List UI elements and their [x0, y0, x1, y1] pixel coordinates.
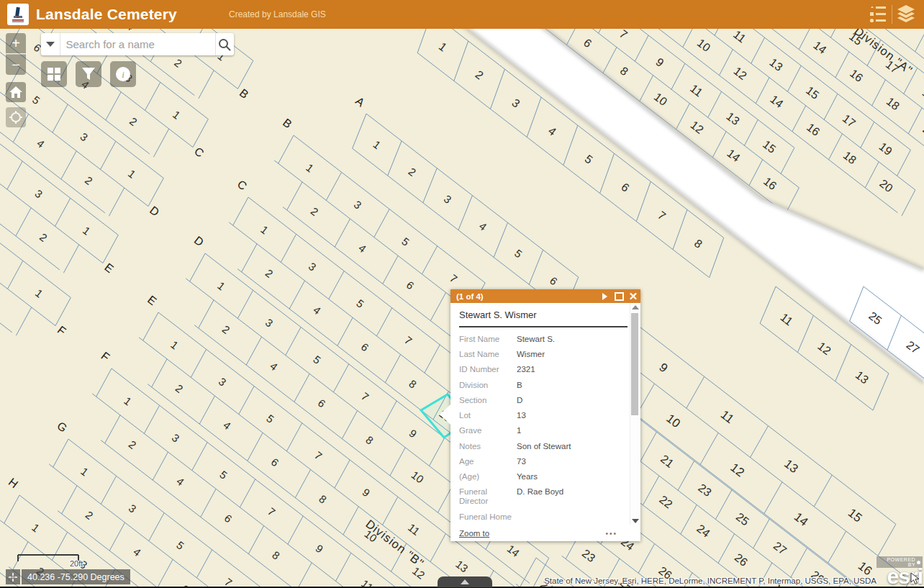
svg-text:13: 13 — [453, 558, 471, 575]
scrollbar-thumb[interactable] — [631, 313, 638, 415]
svg-text:5: 5 — [30, 94, 42, 107]
zoom-in-button[interactable]: + — [6, 33, 26, 53]
svg-text:18: 18 — [884, 95, 902, 112]
svg-text:9: 9 — [653, 55, 666, 69]
basemap-gallery-button[interactable] — [41, 61, 67, 87]
svg-text:1: 1 — [371, 138, 383, 152]
svg-text:13: 13 — [782, 457, 801, 476]
svg-text:25: 25 — [734, 510, 752, 528]
zoom-to-link[interactable]: Zoom to — [459, 529, 489, 538]
popup-more-actions[interactable]: ••• — [605, 530, 617, 538]
svg-text:14: 14 — [725, 147, 743, 164]
popup-field-row: NotesSon of Stewart — [459, 442, 628, 451]
svg-text:9: 9 — [407, 427, 419, 440]
search-input[interactable] — [60, 33, 215, 55]
layers-button[interactable] — [892, 0, 920, 29]
popup-field-row: Age73 — [459, 457, 628, 466]
svg-text:13: 13 — [724, 110, 742, 127]
svg-text:4: 4 — [221, 419, 233, 433]
svg-text:6: 6 — [548, 274, 560, 288]
svg-text:2: 2 — [83, 508, 96, 522]
svg-text:1: 1 — [215, 279, 227, 293]
mouse-cursor — [910, 572, 921, 588]
popup-maximize-button[interactable] — [612, 289, 626, 303]
svg-text:10: 10 — [663, 412, 683, 431]
chevron-down-icon — [46, 42, 55, 47]
svg-text:6: 6 — [404, 279, 417, 292]
svg-text:15: 15 — [761, 138, 779, 155]
svg-text:C: C — [192, 145, 207, 160]
search-icon — [218, 38, 231, 51]
svg-text:8: 8 — [407, 377, 419, 391]
legend-button[interactable] — [864, 0, 892, 29]
coordinate-widget[interactable]: 40.236 -75.290 Degrees — [6, 569, 130, 584]
popup-scrollbar[interactable] — [630, 303, 640, 525]
svg-text:4: 4 — [35, 137, 47, 150]
attribute-table-tab[interactable] — [438, 576, 492, 587]
svg-text:19: 19 — [920, 86, 924, 104]
my-location-button[interactable] — [6, 107, 26, 127]
svg-text:1: 1 — [78, 465, 91, 479]
info-button[interactable]: i — [110, 61, 136, 87]
home-icon — [9, 86, 22, 98]
svg-text:11: 11 — [778, 311, 795, 328]
svg-text:13: 13 — [767, 56, 785, 73]
svg-text:5: 5 — [582, 153, 595, 166]
filter-button[interactable] — [76, 61, 101, 87]
app-window: 987654321B1110987654321C1110987654321D11… — [0, 0, 924, 588]
svg-text:4: 4 — [311, 304, 323, 317]
svg-text:27: 27 — [771, 539, 789, 556]
crosshair-icon[interactable] — [6, 569, 20, 584]
popup-field-row: Funeral DirectorD. Rae Boyd — [459, 487, 628, 506]
popup-next-button[interactable] — [597, 289, 612, 303]
svg-text:7: 7 — [312, 449, 325, 463]
svg-text:3: 3 — [32, 187, 45, 201]
svg-text:26: 26 — [733, 551, 751, 569]
svg-text:2: 2 — [263, 266, 276, 280]
search-bar — [41, 33, 234, 55]
svg-text:2: 2 — [0, 293, 2, 307]
zoom-out-button[interactable]: − — [6, 54, 26, 75]
maximize-icon — [615, 292, 624, 301]
svg-text:3: 3 — [78, 130, 90, 144]
svg-text:2: 2 — [127, 114, 140, 128]
next-arrow-icon — [602, 293, 607, 300]
popup-field-value: 1 — [517, 426, 521, 435]
svg-text:5: 5 — [217, 468, 230, 481]
svg-text:12: 12 — [728, 461, 747, 480]
svg-text:8: 8 — [317, 492, 329, 506]
svg-text:23: 23 — [696, 481, 714, 499]
scroll-up-icon[interactable] — [632, 305, 639, 309]
svg-text:2: 2 — [309, 204, 321, 218]
svg-text:5: 5 — [354, 297, 366, 310]
svg-text:24: 24 — [694, 522, 712, 539]
popup-field-row: Funeral Home — [459, 512, 628, 522]
popup-body: Stewart S. Wismer First NameStewart S.La… — [450, 303, 630, 525]
svg-text:4: 4 — [477, 220, 489, 233]
svg-text:1: 1 — [33, 286, 45, 300]
popup-field-value: 13 — [517, 411, 526, 420]
layers-icon — [896, 5, 916, 24]
svg-text:1: 1 — [168, 338, 181, 352]
popup-title: Stewart S. Wismer — [459, 309, 628, 320]
svg-text:7: 7 — [448, 272, 460, 286]
search-source-dropdown[interactable] — [41, 33, 60, 55]
coordinate-readout: 40.236 -75.290 Degrees — [22, 569, 130, 584]
svg-text:3: 3 — [170, 431, 182, 445]
svg-text:10: 10 — [652, 91, 670, 108]
svg-text:D: D — [148, 204, 162, 219]
popup-field-row: SectionD — [459, 396, 628, 405]
svg-text:16: 16 — [805, 121, 823, 138]
svg-text:3: 3 — [263, 316, 276, 330]
scroll-down-icon[interactable] — [632, 519, 639, 523]
svg-text:H: H — [6, 476, 21, 491]
popup-close-button[interactable]: ✕ — [626, 289, 640, 303]
search-button[interactable] — [215, 33, 235, 55]
popup-field-label: Grave — [459, 426, 517, 435]
popup-field-label: Division — [459, 381, 517, 390]
svg-text:4: 4 — [268, 360, 280, 374]
home-button[interactable] — [6, 82, 26, 102]
svg-text:13: 13 — [853, 368, 871, 386]
popup-field-value: 2321 — [517, 365, 535, 374]
svg-text:11: 11 — [406, 521, 422, 538]
